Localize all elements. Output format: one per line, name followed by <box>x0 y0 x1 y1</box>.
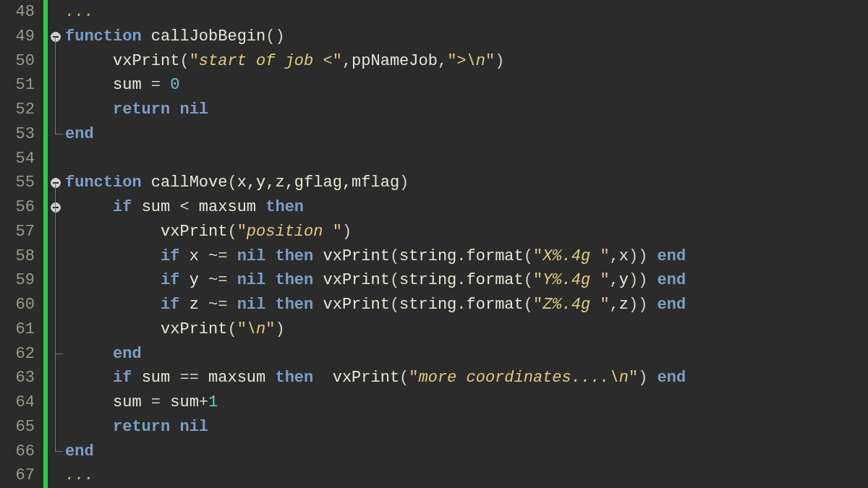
line-number: 66 <box>0 440 43 464</box>
line-number: 55 <box>0 171 43 195</box>
fold-cell <box>49 342 64 367</box>
code-line[interactable]: ... <box>65 463 868 488</box>
ellipsis: ... <box>65 3 94 21</box>
line-number: 65 <box>0 415 43 440</box>
identifier: ppNameJob <box>352 52 438 70</box>
line-number: 54 <box>0 147 43 171</box>
fold-cell <box>49 268 64 293</box>
string-literal: Y%.4g <box>542 271 600 289</box>
keyword-end: end <box>65 125 94 143</box>
string-literal: more coordinates....\n <box>419 369 629 387</box>
code-editor[interactable]: 4849505152535455565758596061626364656667… <box>0 0 868 488</box>
line-number: 62 <box>0 342 43 367</box>
code-line[interactable]: function callMove(x,y,z,gflag,mflag) <box>65 171 868 195</box>
line-number: 51 <box>0 73 43 98</box>
line-number: 49 <box>0 25 43 49</box>
call-vxprint: vxPrint <box>161 223 227 241</box>
code-line-empty[interactable] <box>65 147 868 171</box>
code-line[interactable]: sum = 0 <box>65 73 868 98</box>
fold-cell[interactable] <box>49 25 64 49</box>
code-line[interactable]: if y ~= nil then vxPrint(string.format("… <box>65 268 868 293</box>
line-number: 48 <box>0 0 43 25</box>
function-name: callMove <box>151 174 228 192</box>
string-literal: Z%.4g <box>542 296 600 314</box>
code-line[interactable]: vxPrint("position ") <box>65 220 868 244</box>
fold-cell <box>49 73 64 98</box>
identifier: sum <box>113 76 142 94</box>
string-literal: >\n <box>456 52 485 70</box>
parameter-list: x,y,z,gflag,mflag <box>237 174 399 192</box>
code-line[interactable]: return nil <box>65 98 868 122</box>
line-number: 57 <box>0 220 43 244</box>
keyword-end: end <box>113 345 142 363</box>
string-literal: \n <box>247 320 265 338</box>
keyword-if: if <box>113 198 132 216</box>
fold-cell <box>49 49 64 74</box>
code-line[interactable]: return nil <box>65 415 868 440</box>
line-number: 60 <box>0 293 43 317</box>
string-literal: start of job < <box>199 52 333 70</box>
string-literal: position <box>247 223 333 241</box>
code-area[interactable]: ... function callJobBegin() vxPrint("sta… <box>65 0 868 488</box>
line-number: 56 <box>0 195 43 220</box>
keyword-end: end <box>65 442 94 461</box>
keyword-function: function <box>65 27 142 46</box>
fold-column[interactable] <box>49 0 64 488</box>
ellipsis: ... <box>65 466 94 484</box>
fold-cell <box>49 415 64 440</box>
code-line[interactable]: if sum == maxsum then vxPrint("more coor… <box>65 366 868 390</box>
fold-cell[interactable] <box>49 171 64 195</box>
line-number: 58 <box>0 244 43 269</box>
line-number: 50 <box>0 49 43 74</box>
line-number: 64 <box>0 390 43 415</box>
code-line[interactable]: ... <box>65 0 868 25</box>
fold-cell <box>49 390 64 415</box>
fold-cell <box>49 366 64 390</box>
keyword-nil: nil <box>179 418 208 436</box>
keyword-return: return <box>113 418 170 436</box>
line-number-gutter: 4849505152535455565758596061626364656667 <box>0 0 43 488</box>
call-vxprint: vxPrint <box>113 52 179 70</box>
keyword-nil: nil <box>179 100 208 119</box>
fold-cell <box>49 463 64 488</box>
keyword-function: function <box>65 174 142 192</box>
fold-cell <box>49 98 64 122</box>
fold-cell <box>49 244 64 269</box>
number-literal: 0 <box>170 76 179 94</box>
fold-cell <box>49 293 64 317</box>
code-line[interactable]: if x ~= nil then vxPrint(string.format("… <box>65 244 868 269</box>
fold-toggle-icon[interactable] <box>51 32 61 42</box>
code-line[interactable]: if z ~= nil then vxPrint(string.format("… <box>65 293 868 317</box>
code-line[interactable]: sum = sum+1 <box>65 390 868 415</box>
fold-toggle-icon[interactable] <box>51 178 61 188</box>
keyword-return: return <box>113 100 170 119</box>
fold-cell <box>49 317 64 342</box>
code-line[interactable]: end <box>65 440 868 464</box>
keyword-then: then <box>265 198 304 216</box>
function-name: callJobBegin <box>151 27 265 46</box>
fold-cell <box>49 220 64 244</box>
fold-cell <box>49 147 64 171</box>
line-number: 67 <box>0 463 43 488</box>
code-line[interactable]: function callJobBegin() <box>65 25 868 49</box>
code-line[interactable]: vxPrint("\n") <box>65 317 868 342</box>
code-line[interactable]: vxPrint("start of job <",ppNameJob,">\n"… <box>65 49 868 74</box>
line-number: 63 <box>0 366 43 390</box>
fold-cell <box>49 122 64 147</box>
code-line[interactable]: end <box>65 342 868 367</box>
line-number: 61 <box>0 317 43 342</box>
number-literal: 1 <box>208 393 218 411</box>
code-line[interactable]: end <box>65 122 868 147</box>
change-indicator-bar <box>43 0 48 488</box>
fold-cell <box>49 440 64 464</box>
fold-toggle-icon[interactable] <box>51 202 61 213</box>
line-number: 52 <box>0 98 43 122</box>
fold-cell[interactable] <box>49 195 64 220</box>
code-line[interactable]: if sum < maxsum then <box>65 195 868 220</box>
call-vxprint: vxPrint <box>161 320 227 338</box>
line-number: 59 <box>0 268 43 293</box>
line-number: 53 <box>0 122 43 147</box>
string-literal: X%.4g <box>542 247 600 265</box>
fold-cell <box>49 0 64 25</box>
